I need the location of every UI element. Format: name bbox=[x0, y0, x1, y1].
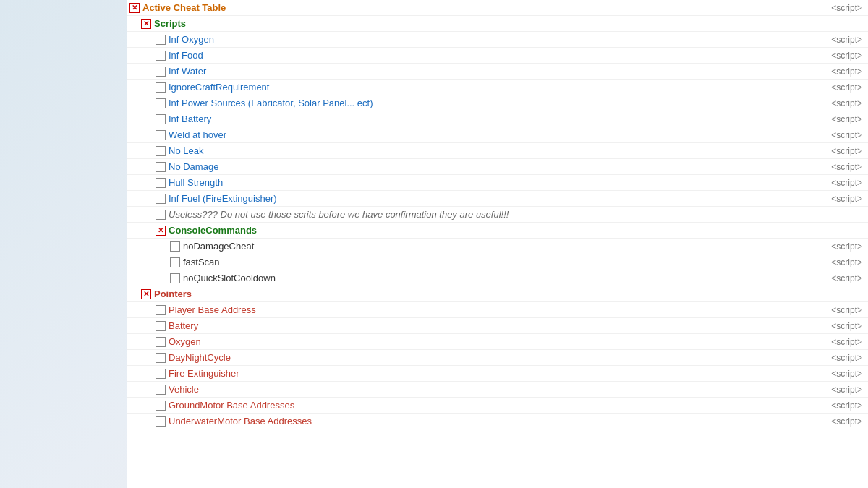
player-base-checkbox[interactable] bbox=[156, 305, 166, 315]
fast-scan-checkbox[interactable] bbox=[170, 257, 180, 267]
underwater-motor-label: UnderwaterMotor Base Addresses bbox=[169, 416, 831, 427]
weld-hover-label: Weld at hover bbox=[169, 129, 831, 140]
inf-battery-label: Inf Battery bbox=[169, 114, 831, 124]
battery-script: <script> bbox=[831, 321, 868, 331]
fire-ext-label: Fire Extinguisher bbox=[169, 368, 831, 379]
root-label: Active Cheat Table bbox=[142, 2, 831, 13]
no-damage-cheat-script: <script> bbox=[831, 241, 868, 252]
no-quick-slot-checkbox[interactable] bbox=[170, 273, 180, 283]
console-commands-expand-icon[interactable]: ✕ bbox=[156, 226, 166, 236]
inf-power-script: <script> bbox=[831, 98, 868, 108]
inf-oxygen-label: Inf Oxygen bbox=[169, 34, 831, 45]
scripts-expand-icon[interactable]: ✕ bbox=[141, 19, 151, 29]
ground-motor-row: GroundMotor Base Addresses <script> bbox=[127, 398, 868, 414]
no-leak-label: No Leak bbox=[169, 145, 831, 156]
vehicle-row: Vehicle <script> bbox=[127, 382, 868, 398]
hull-strength-row: Hull Strength <script> bbox=[127, 175, 868, 191]
inf-food-script: <script> bbox=[831, 51, 868, 61]
hull-strength-checkbox[interactable] bbox=[156, 178, 166, 188]
oxygen-label: Oxygen bbox=[169, 336, 831, 347]
ground-motor-script: <script> bbox=[831, 401, 868, 411]
no-damage-label: No Damage bbox=[169, 161, 831, 172]
inf-water-script: <script> bbox=[831, 67, 868, 77]
inf-battery-checkbox[interactable] bbox=[156, 114, 166, 124]
inf-battery-row: Inf Battery <script> bbox=[127, 111, 868, 127]
inf-food-label: Inf Food bbox=[169, 50, 831, 61]
scripts-section-label: Scripts bbox=[154, 18, 868, 29]
useless-row: Useless??? Do not use those scrits befor… bbox=[127, 207, 868, 223]
inf-oxygen-row: Inf Oxygen <script> bbox=[127, 32, 868, 48]
inf-fuel-script: <script> bbox=[831, 194, 868, 204]
no-leak-row: No Leak <script> bbox=[127, 143, 868, 159]
weld-hover-row: Weld at hover <script> bbox=[127, 127, 868, 143]
day-night-checkbox[interactable] bbox=[156, 353, 166, 363]
hull-strength-script: <script> bbox=[831, 178, 868, 188]
inf-food-checkbox[interactable] bbox=[156, 51, 166, 61]
pointers-expand-icon[interactable]: ✕ bbox=[141, 289, 151, 299]
no-quick-slot-script: <script> bbox=[831, 273, 868, 283]
fast-scan-row: fastScan <script> bbox=[127, 254, 868, 270]
player-base-label: Player Base Address bbox=[169, 304, 831, 315]
battery-row: Battery <script> bbox=[127, 318, 868, 334]
inf-oxygen-checkbox[interactable] bbox=[156, 35, 166, 45]
inf-food-row: Inf Food <script> bbox=[127, 48, 868, 64]
useless-label: Useless??? Do not use those scrits befor… bbox=[169, 209, 868, 220]
underwater-motor-script: <script> bbox=[831, 416, 868, 427]
fast-scan-label: fastScan bbox=[183, 257, 831, 267]
no-damage-cheat-label: noDamageCheat bbox=[183, 241, 831, 252]
player-base-script: <script> bbox=[831, 305, 868, 315]
ignore-craft-checkbox[interactable] bbox=[156, 82, 166, 93]
weld-hover-script: <script> bbox=[831, 130, 868, 140]
weld-hover-checkbox[interactable] bbox=[156, 130, 166, 140]
vehicle-label: Vehicle bbox=[169, 384, 831, 395]
vehicle-script: <script> bbox=[831, 385, 868, 395]
no-damage-cheat-checkbox[interactable] bbox=[170, 241, 180, 252]
fast-scan-script: <script> bbox=[831, 257, 868, 267]
inf-battery-script: <script> bbox=[831, 114, 868, 124]
no-damage-cheat-row: noDamageCheat <script> bbox=[127, 239, 868, 254]
no-leak-script: <script> bbox=[831, 146, 868, 156]
useless-checkbox[interactable] bbox=[156, 210, 166, 220]
day-night-script: <script> bbox=[831, 353, 868, 363]
no-quick-slot-label: noQuickSlotCooldown bbox=[183, 273, 831, 283]
no-damage-checkbox[interactable] bbox=[156, 162, 166, 172]
inf-oxygen-script: <script> bbox=[831, 35, 868, 45]
tree-panel: ✕ Active Cheat Table <script> ✕ Scripts … bbox=[127, 0, 868, 488]
inf-power-label: Inf Power Sources (Fabricator, Solar Pan… bbox=[169, 98, 831, 108]
console-commands-row: ✕ ConsoleCommands bbox=[127, 223, 868, 239]
day-night-label: DayNightCycle bbox=[169, 352, 831, 363]
inf-power-row: Inf Power Sources (Fabricator, Solar Pan… bbox=[127, 95, 868, 111]
console-commands-label: ConsoleCommands bbox=[169, 225, 868, 236]
inf-fuel-checkbox[interactable] bbox=[156, 194, 166, 204]
inf-water-row: Inf Water <script> bbox=[127, 64, 868, 80]
battery-checkbox[interactable] bbox=[156, 321, 166, 331]
root-script: <script> bbox=[831, 3, 868, 13]
hull-strength-label: Hull Strength bbox=[169, 177, 831, 188]
day-night-row: DayNightCycle <script> bbox=[127, 350, 868, 366]
fire-ext-checkbox[interactable] bbox=[156, 369, 166, 379]
ignore-craft-script: <script> bbox=[831, 82, 868, 93]
pointers-section-label: Pointers bbox=[154, 288, 868, 299]
no-quick-slot-row: noQuickSlotCooldown <script> bbox=[127, 270, 868, 286]
oxygen-row: Oxygen <script> bbox=[127, 334, 868, 350]
no-damage-row: No Damage <script> bbox=[127, 159, 868, 175]
player-base-row: Player Base Address <script> bbox=[127, 302, 868, 318]
oxygen-checkbox[interactable] bbox=[156, 337, 166, 347]
inf-power-checkbox[interactable] bbox=[156, 98, 166, 108]
underwater-motor-checkbox[interactable] bbox=[156, 416, 166, 427]
fire-ext-row: Fire Extinguisher <script> bbox=[127, 366, 868, 382]
ground-motor-checkbox[interactable] bbox=[156, 401, 166, 411]
ignore-craft-label: IgnoreCraftRequirement bbox=[169, 82, 831, 93]
inf-fuel-label: Inf Fuel (FireExtinguisher) bbox=[169, 193, 831, 204]
ground-motor-label: GroundMotor Base Addresses bbox=[169, 400, 831, 411]
vehicle-checkbox[interactable] bbox=[156, 385, 166, 395]
pointers-section-row: ✕ Pointers bbox=[127, 286, 868, 302]
ignore-craft-row: IgnoreCraftRequirement <script> bbox=[127, 80, 868, 95]
inf-water-checkbox[interactable] bbox=[156, 67, 166, 77]
root-expand-icon[interactable]: ✕ bbox=[129, 3, 140, 13]
inf-water-label: Inf Water bbox=[169, 66, 831, 77]
main-container: ✕ Active Cheat Table <script> ✕ Scripts … bbox=[0, 0, 868, 488]
oxygen-script: <script> bbox=[831, 337, 868, 347]
no-leak-checkbox[interactable] bbox=[156, 146, 166, 156]
root-row: ✕ Active Cheat Table <script> bbox=[127, 0, 868, 16]
